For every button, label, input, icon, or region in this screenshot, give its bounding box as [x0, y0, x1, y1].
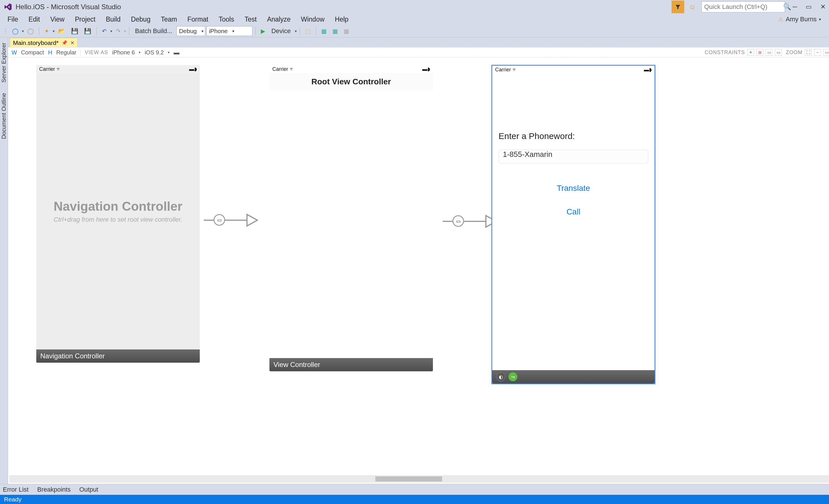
toolbar-icon-4[interactable]: ▦	[341, 27, 352, 36]
menu-file[interactable]: File	[2, 14, 23, 25]
scene-responder-icon[interactable]: ◐	[496, 372, 505, 382]
constraint-icon-1[interactable]: ✶	[747, 49, 754, 56]
segue-push[interactable]: ▭	[443, 214, 497, 228]
menu-window[interactable]: Window	[296, 14, 330, 25]
main-area: Server Explorer Document Outline Main.st…	[0, 37, 829, 484]
view-as-label: VIEW AS	[85, 49, 108, 56]
size-class-w-value[interactable]: Compact	[21, 49, 44, 56]
status-bar: Carrier ᯤ ▬◗	[269, 65, 433, 73]
menu-view[interactable]: View	[45, 14, 70, 25]
search-icon: 🔍	[783, 3, 791, 11]
toolbar-icon-3[interactable]: ▦	[330, 27, 340, 36]
storyboard-toolbar: WCompact HRegular VIEW AS iPhone 6▾ iOS …	[9, 47, 829, 58]
nav-controller-body: Navigation Controller Ctrl+drag from her…	[36, 73, 200, 350]
quick-launch-input[interactable]	[704, 3, 783, 11]
nav-bar-title[interactable]: Root View Controller	[269, 73, 433, 91]
root-view-body[interactable]	[269, 91, 433, 358]
minimize-icon[interactable]: ─	[792, 3, 797, 11]
scene-footer[interactable]: Navigation Controller	[36, 350, 200, 363]
scene-footer[interactable]: View Controller	[269, 358, 433, 371]
zoom-group: ZOOM ⛶ − ▭ +	[786, 49, 829, 56]
user-name: Amy Burns	[786, 15, 817, 23]
tab-error-list[interactable]: Error List	[3, 486, 29, 493]
doc-tab-label: Main.storyboard*	[13, 39, 59, 46]
document-tabs: Main.storyboard* 📌 ✕ ▾	[8, 37, 829, 47]
view-as-os[interactable]: iOS 9.2	[144, 49, 164, 56]
wifi-icon: ᯤ	[512, 67, 517, 73]
feedback-smile-icon[interactable]: ☺	[686, 1, 698, 13]
segue-icon: ▭	[214, 214, 225, 226]
segue-root-relationship[interactable]: ▭	[204, 213, 258, 227]
menu-build[interactable]: Build	[101, 14, 126, 25]
save-all-icon[interactable]: 💾	[82, 27, 94, 36]
close-icon[interactable]: ✕	[820, 3, 826, 11]
start-debug-button[interactable]: ▶	[258, 27, 267, 36]
quick-launch-box[interactable]: 🔍	[701, 1, 785, 12]
menu-edit[interactable]: Edit	[23, 14, 45, 25]
pin-icon[interactable]: 📌	[62, 40, 67, 45]
close-tab-icon[interactable]: ✕	[70, 40, 75, 46]
scene-root-view-controller[interactable]: Carrier ᯤ ▬◗ Root View Controller View C…	[269, 65, 433, 371]
zoom-100-icon[interactable]: ▭	[823, 49, 829, 56]
menu-analyze[interactable]: Analyze	[262, 14, 296, 25]
scene-phoneword-view-controller[interactable]: Carrier ᯤ ▬◗ Enter a Phoneword: 1-855-Xa…	[492, 65, 655, 384]
scene-exit-icon[interactable]: ↪	[508, 372, 517, 382]
horizontal-scrollbar[interactable]	[9, 475, 829, 483]
constraint-icon-4[interactable]: ▭	[775, 49, 782, 56]
toolbar-icon-1[interactable]: ⬚	[303, 27, 313, 36]
orientation-icon[interactable]: ▬	[174, 49, 179, 56]
constraint-icon-2[interactable]: ⊞	[756, 49, 763, 56]
scene-footer[interactable]: ◐ ↪	[492, 370, 655, 384]
open-icon[interactable]: 📂	[56, 27, 68, 36]
zoom-fit-icon[interactable]: ⛶	[805, 49, 812, 56]
tab-breakpoints[interactable]: Breakpoints	[37, 486, 71, 493]
menu-team[interactable]: Team	[156, 14, 182, 25]
device-button[interactable]: Device	[268, 26, 294, 36]
status-bar: Ready	[0, 495, 829, 504]
phoneword-textfield[interactable]: 1-855-Xamarin	[499, 150, 648, 164]
status-bar: Carrier ᯤ ▬◗	[36, 65, 200, 73]
menu-tools[interactable]: Tools	[214, 14, 240, 25]
constraints-group: CONSTRAINTS ✶ ⊞ ▭ ▭	[705, 49, 782, 56]
zoom-label: ZOOM	[786, 49, 802, 56]
user-area[interactable]: ⚠ Amy Burns ▾	[778, 15, 827, 23]
undo-icon[interactable]: ↶	[100, 27, 109, 36]
menu-format[interactable]: Format	[182, 14, 214, 25]
translate-button[interactable]: Translate	[499, 184, 648, 193]
toolbar-icon-2[interactable]: ▦	[319, 27, 329, 36]
phone-body[interactable]: Enter a Phoneword: 1-855-Xamarin Transla…	[492, 74, 655, 370]
constraint-icon-3[interactable]: ▭	[766, 49, 772, 56]
batch-build-button[interactable]: Batch Build...	[132, 26, 175, 36]
menu-project[interactable]: Project	[70, 14, 101, 25]
redo-icon[interactable]: ↷	[113, 27, 123, 36]
zoom-out-icon[interactable]: −	[814, 49, 821, 56]
battery-icon: ▬◗	[422, 66, 430, 72]
window-title: Hello.iOS - Microsoft Visual Studio	[15, 3, 121, 11]
nav-fwd-icon[interactable]: ◯	[25, 27, 36, 36]
warning-icon: ⚠	[778, 16, 783, 23]
wifi-icon: ᯤ	[57, 66, 62, 72]
maximize-icon[interactable]: ▭	[806, 3, 812, 11]
config-dropdown[interactable]: Debug	[176, 26, 205, 36]
scene-navigation-controller[interactable]: Carrier ᯤ ▬◗ Navigation Controller Ctrl+…	[36, 65, 200, 363]
constraints-label: CONSTRAINTS	[705, 49, 745, 56]
size-class-h-value[interactable]: Regular	[56, 49, 76, 56]
phoneword-label[interactable]: Enter a Phoneword:	[499, 131, 648, 141]
nav-back-icon[interactable]: ◯	[10, 27, 21, 36]
document-tab-active[interactable]: Main.storyboard* 📌 ✕	[10, 38, 78, 47]
feedback-filter-icon[interactable]	[672, 1, 684, 13]
platform-dropdown[interactable]: iPhone	[206, 26, 252, 36]
menu-debug[interactable]: Debug	[126, 14, 156, 25]
call-button[interactable]: Call	[499, 207, 648, 216]
tab-output[interactable]: Output	[79, 486, 98, 493]
menu-help[interactable]: Help	[330, 14, 354, 25]
document-outline-tab[interactable]: Document Outline	[0, 91, 8, 141]
save-icon[interactable]: 💾	[69, 27, 81, 36]
new-item-icon[interactable]: ✦	[42, 27, 51, 36]
server-explorer-tab[interactable]: Server Explorer	[0, 40, 8, 85]
menu-test[interactable]: Test	[239, 14, 262, 25]
design-canvas[interactable]: Carrier ᯤ ▬◗ Navigation Controller Ctrl+…	[8, 58, 829, 484]
carrier-label: Carrier	[495, 67, 511, 73]
view-as-device[interactable]: iPhone 6	[112, 49, 135, 56]
battery-icon: ▬◗	[644, 67, 652, 73]
